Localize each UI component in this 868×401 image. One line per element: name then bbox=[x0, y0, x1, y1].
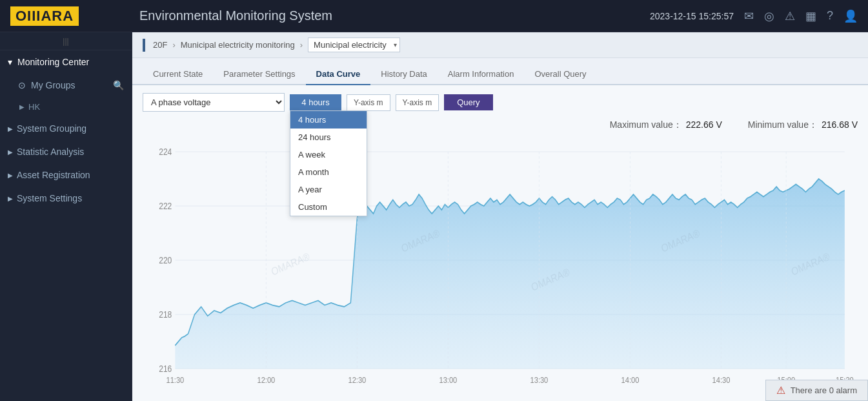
alarm-warn-icon: ⚠ bbox=[776, 384, 785, 396]
svg-text:224: 224 bbox=[159, 147, 172, 157]
param-select[interactable]: A phase voltage B phase voltage C phase … bbox=[143, 93, 285, 112]
svg-text:13:30: 13:30 bbox=[530, 375, 549, 384]
breadcrumb-bar bbox=[143, 39, 145, 52]
svg-text:220: 220 bbox=[159, 255, 172, 265]
header-title: Environmental Monitoring System bbox=[139, 8, 650, 23]
chart-area: A phase voltage B phase voltage C phase … bbox=[132, 85, 868, 401]
stat-min-value: 216.68 V bbox=[822, 119, 858, 131]
svg-text:12:30: 12:30 bbox=[348, 375, 367, 384]
yaxis-btn1[interactable]: Y-axis m bbox=[347, 94, 390, 111]
time-option-month[interactable]: A month bbox=[290, 163, 367, 181]
tab-current-state[interactable]: Current State bbox=[143, 64, 213, 85]
breadcrumb-level1: 20F bbox=[153, 40, 167, 50]
sidebar-subitem-hk[interactable]: ▶ HK bbox=[0, 97, 132, 117]
sidebar-item-system-settings[interactable]: ▶ System Settings bbox=[0, 187, 132, 210]
stat-max-label: Maximum value： bbox=[610, 119, 682, 131]
svg-text:12:00: 12:00 bbox=[257, 375, 276, 384]
sidebar-item-label: Asset Registration bbox=[17, 170, 90, 180]
search-icon[interactable]: 🔍 bbox=[113, 80, 124, 90]
chart-container: 224 222 220 218 216 11:30 12:00 12:30 13… bbox=[143, 136, 858, 384]
time-option-year[interactable]: A year bbox=[290, 181, 367, 198]
breadcrumb-dropdown-wrap[interactable]: Municipal electricity Option 2 bbox=[308, 37, 400, 52]
sidebar-item-monitoring-center[interactable]: ▾ Monitoring Center bbox=[0, 50, 132, 74]
sidebar-subitem-label: HK bbox=[28, 102, 40, 112]
stat-min-label: Minimum value： bbox=[748, 119, 818, 131]
logo: OIIIARA bbox=[10, 6, 79, 26]
sidebar: ||| ▾ Monitoring Center ⊙ My Groups 🔍 ▶ … bbox=[0, 32, 132, 401]
time-option-4h[interactable]: 4 hours bbox=[290, 111, 367, 129]
statistic-analysis-arrow-icon: ▶ bbox=[8, 149, 13, 156]
alert-icon[interactable]: ⚠ bbox=[785, 9, 795, 23]
sidebar-item-label: Monitoring Center bbox=[17, 57, 89, 67]
time-option-week[interactable]: A week bbox=[290, 146, 367, 163]
sidebar-item-system-grouping[interactable]: ▶ System Grouping bbox=[0, 117, 132, 140]
system-grouping-arrow-icon: ▶ bbox=[8, 125, 13, 132]
breadcrumb-dropdown[interactable]: Municipal electricity Option 2 bbox=[308, 37, 400, 52]
sidebar-item-label: System Grouping bbox=[17, 123, 86, 134]
tab-alarm-information[interactable]: Alarm Information bbox=[438, 64, 525, 85]
status-bar: ⚠ There are 0 alarm bbox=[765, 380, 868, 401]
tabs-bar: Current State Parameter Settings Data Cu… bbox=[132, 58, 868, 85]
sidebar-item-statistic-analysis[interactable]: ▶ Statistic Analysis bbox=[0, 140, 132, 163]
tab-data-curve[interactable]: Data Curve bbox=[306, 64, 371, 85]
tab-overall-query[interactable]: Overall Query bbox=[524, 64, 596, 85]
main-layout: ||| ▾ Monitoring Center ⊙ My Groups 🔍 ▶ … bbox=[0, 32, 868, 401]
tab-parameter-settings[interactable]: Parameter Settings bbox=[213, 64, 305, 85]
header-datetime: 2023-12-15 15:25:57 bbox=[650, 11, 734, 21]
sidebar-collapse-bar[interactable]: ||| bbox=[0, 32, 132, 50]
sidebar-item-label: Statistic Analysis bbox=[17, 147, 84, 157]
svg-text:14:00: 14:00 bbox=[621, 375, 640, 384]
time-option-24h[interactable]: 24 hours bbox=[290, 129, 367, 146]
chart-svg: 224 222 220 218 216 11:30 12:00 12:30 13… bbox=[143, 136, 858, 384]
header-right: 2023-12-15 15:25:57 ✉ ◎ ⚠ ▦ ? 👤 bbox=[650, 9, 858, 23]
svg-text:14:30: 14:30 bbox=[712, 375, 731, 384]
time-selected-btn[interactable]: 4 hours bbox=[290, 94, 341, 110]
help-icon[interactable]: ? bbox=[827, 9, 833, 23]
alarm-status-text: There are 0 alarm bbox=[791, 386, 857, 395]
hk-arrow-icon: ▶ bbox=[19, 103, 25, 110]
time-dropdown-menu: 4 hours 24 hours A week A month A year C… bbox=[290, 110, 367, 216]
sidebar-item-label: System Settings bbox=[17, 193, 82, 203]
stat-max-value: 222.66 V bbox=[686, 119, 722, 131]
content-area: 20F › Municipal electricity monitoring ›… bbox=[132, 32, 868, 401]
sidebar-item-asset-registration[interactable]: ▶ Asset Registration bbox=[0, 163, 132, 187]
breadcrumb: 20F › Municipal electricity monitoring ›… bbox=[132, 32, 868, 58]
sidebar-item-my-groups[interactable]: ⊙ My Groups 🔍 bbox=[0, 74, 132, 97]
breadcrumb-sep1: › bbox=[172, 40, 175, 50]
svg-text:11:30: 11:30 bbox=[167, 375, 185, 384]
time-dropdown-container: 4 hours 4 hours 24 hours A week A month … bbox=[290, 94, 341, 110]
sidebar-item-label: My Groups bbox=[31, 80, 75, 90]
user-icon[interactable]: 👤 bbox=[843, 9, 858, 23]
header: OIIIARA Environmental Monitoring System … bbox=[0, 0, 868, 32]
stat-max: Maximum value： 222.66 V bbox=[610, 119, 722, 131]
tab-history-data[interactable]: History Data bbox=[370, 64, 438, 85]
yaxis-btn2[interactable]: Y-axis m bbox=[396, 94, 439, 111]
breadcrumb-sep2: › bbox=[300, 40, 303, 50]
svg-text:OMARA®: OMARA® bbox=[270, 250, 311, 278]
system-settings-arrow-icon: ▶ bbox=[8, 195, 13, 202]
logo-area: OIIIARA bbox=[10, 6, 139, 26]
stat-min: Minimum value： 216.68 V bbox=[748, 119, 858, 131]
query-button[interactable]: Query bbox=[444, 94, 492, 110]
envelope-icon[interactable]: ✉ bbox=[744, 9, 754, 23]
svg-text:13:00: 13:00 bbox=[439, 375, 458, 384]
svg-text:216: 216 bbox=[159, 364, 172, 374]
stats-row: Maximum value： 222.66 V Minimum value： 2… bbox=[143, 119, 858, 131]
my-groups-icon: ⊙ bbox=[18, 80, 26, 90]
breadcrumb-level2: Municipal electricity monitoring bbox=[181, 40, 295, 50]
calendar-icon[interactable]: ▦ bbox=[805, 9, 816, 23]
asset-registration-arrow-icon: ▶ bbox=[8, 172, 13, 179]
controls-row: A phase voltage B phase voltage C phase … bbox=[143, 93, 858, 112]
location-icon[interactable]: ◎ bbox=[764, 9, 774, 23]
svg-text:218: 218 bbox=[159, 309, 172, 320]
monitoring-center-icon: ▾ bbox=[8, 57, 12, 67]
time-option-custom[interactable]: Custom bbox=[290, 198, 367, 216]
svg-text:222: 222 bbox=[159, 201, 172, 211]
